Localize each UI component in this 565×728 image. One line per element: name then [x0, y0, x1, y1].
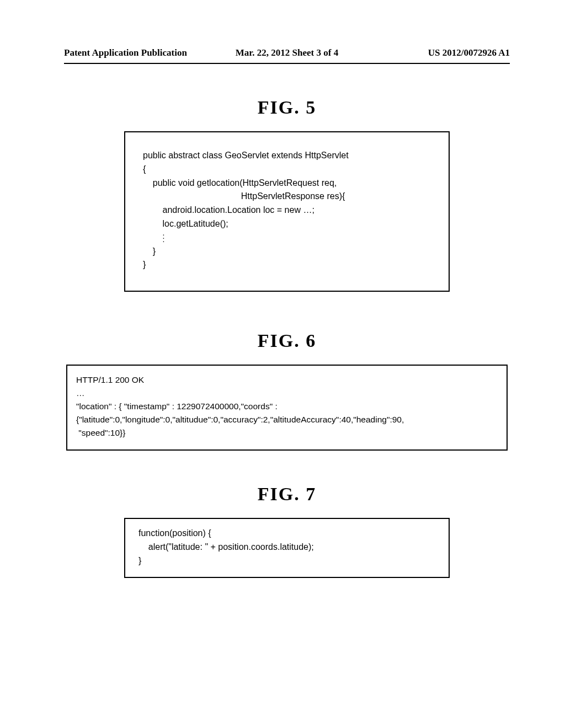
code-line: }: [143, 260, 146, 269]
code-line: [143, 233, 163, 242]
code-line: {: [143, 164, 146, 174]
code-line: "location" : { "timestamp" : 12290724000…: [76, 402, 278, 411]
header-rule: [64, 63, 510, 64]
vertical-ellipsis-icon: ...: [163, 231, 165, 242]
code-line: function(position) {: [138, 528, 211, 538]
code-line: public abstract class GeoServlet extends…: [143, 151, 349, 160]
code-line: alert("latitude: " + position.coords.lat…: [138, 542, 314, 552]
figure-5-label: FIG. 5: [64, 97, 510, 118]
page-header: Patent Application Publication Mar. 22, …: [64, 47, 510, 58]
code-line: }: [138, 556, 141, 565]
code-line: …: [76, 388, 85, 398]
figure-6-code-box: HTTP/1.1 200 OK … "location" : { "timest…: [66, 365, 508, 451]
code-line: HTTP/1.1 200 OK: [76, 375, 144, 384]
figure-7-code-box: function(position) { alert("latitude: " …: [124, 518, 450, 577]
code-line: }: [143, 247, 156, 256]
code-line: "speed":10}}: [76, 428, 125, 437]
code-line: android.location.Location loc = new …;: [143, 205, 315, 215]
header-middle: Mar. 22, 2012 Sheet 3 of 4: [212, 47, 361, 58]
header-left: Patent Application Publication: [64, 47, 212, 58]
code-line: HttpServletResponse res){: [143, 191, 345, 201]
code-line: public void getlocation(HttpServletReque…: [143, 178, 337, 188]
code-line: loc.getLatitude();: [143, 219, 228, 228]
figure-5-code-box: public abstract class GeoServlet extends…: [124, 131, 450, 292]
patent-page: Patent Application Publication Mar. 22, …: [0, 0, 565, 728]
header-right: US 2012/0072926 A1: [361, 47, 510, 58]
figure-6-label: FIG. 6: [64, 330, 510, 351]
figure-7-label: FIG. 7: [64, 484, 510, 505]
code-line: {"latitude":0,"longitude":0,"altitudue":…: [76, 415, 404, 424]
